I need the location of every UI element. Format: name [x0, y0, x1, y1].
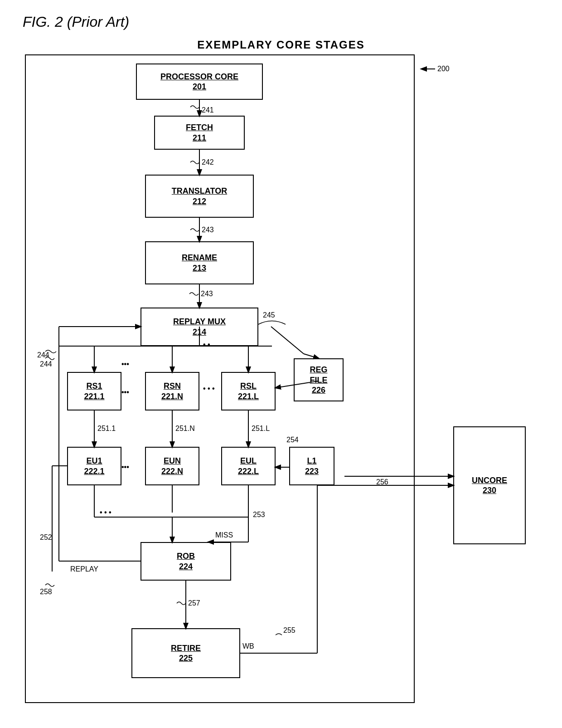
- rob-num: 224: [179, 562, 193, 572]
- reg-file-num: 226: [312, 386, 325, 395]
- rsn-num: 221.N: [161, 392, 183, 401]
- fetch-box: FETCH 211: [154, 116, 245, 150]
- uncore-num: 230: [483, 486, 496, 495]
- fetch-label: FETCH: [186, 122, 213, 133]
- svg-text:200: 200: [437, 65, 450, 73]
- uncore-box: UNCORE 230: [453, 426, 526, 544]
- rs1-label: RS1: [86, 381, 102, 391]
- translator-box: TRANSLATOR 212: [145, 175, 254, 218]
- l1-num: 223: [305, 467, 319, 476]
- retire-label: RETIRE: [171, 643, 201, 654]
- rsl-box: RSL 221.L: [221, 372, 276, 410]
- eun-label: EUN: [164, 456, 181, 466]
- rsn-box: RSN 221.N: [145, 372, 199, 410]
- replay-mux-num: 214: [193, 327, 206, 337]
- translator-label: TRANSLATOR: [172, 186, 227, 196]
- l1-label: L1: [307, 456, 316, 466]
- eul-box: EUL 222.L: [221, 447, 276, 485]
- eul-label: EUL: [240, 456, 257, 466]
- processor-core-label: PROCESSOR CORE: [160, 72, 238, 82]
- rsl-label: RSL: [240, 381, 257, 391]
- rs1-num: 221.1: [84, 392, 104, 401]
- page: { "title": "FIG. 2 (Prior Art)", "subtit…: [0, 0, 562, 728]
- rob-box: ROB 224: [140, 542, 231, 581]
- replay-mux-label: REPLAY MUX: [173, 317, 226, 327]
- processor-core-box: PROCESSOR CORE 201: [136, 64, 263, 100]
- uncore-label: UNCORE: [472, 475, 507, 486]
- l1-box: L1 223: [289, 447, 334, 485]
- main-title: EXEMPLARY CORE STAGES: [0, 39, 562, 51]
- rename-box: RENAME 213: [145, 241, 254, 284]
- rs1-box: RS1 221.1: [67, 372, 121, 410]
- rename-num: 213: [193, 264, 206, 273]
- eul-num: 222.L: [238, 467, 259, 476]
- reg-file-box: REG FILE 226: [294, 358, 344, 401]
- translator-num: 212: [193, 197, 206, 206]
- fig-title: FIG. 2 (Prior Art): [23, 14, 129, 30]
- eu1-label: EU1: [86, 456, 102, 466]
- processor-core-num: 201: [193, 82, 206, 92]
- replay-mux-box: REPLAY MUX 214: [140, 308, 258, 346]
- rename-label: RENAME: [182, 253, 217, 263]
- eu1-num: 222.1: [84, 467, 104, 476]
- rob-label: ROB: [177, 551, 195, 562]
- eu1-box: EU1 222.1: [67, 447, 121, 485]
- retire-box: RETIRE 225: [131, 628, 240, 678]
- rsn-label: RSN: [164, 381, 181, 391]
- retire-num: 225: [179, 654, 193, 663]
- reg-file-label: REG FILE: [310, 365, 327, 386]
- eun-box: EUN 222.N: [145, 447, 199, 485]
- rsl-num: 221.L: [238, 392, 259, 401]
- fetch-num: 211: [193, 133, 206, 143]
- eun-num: 222.N: [161, 467, 183, 476]
